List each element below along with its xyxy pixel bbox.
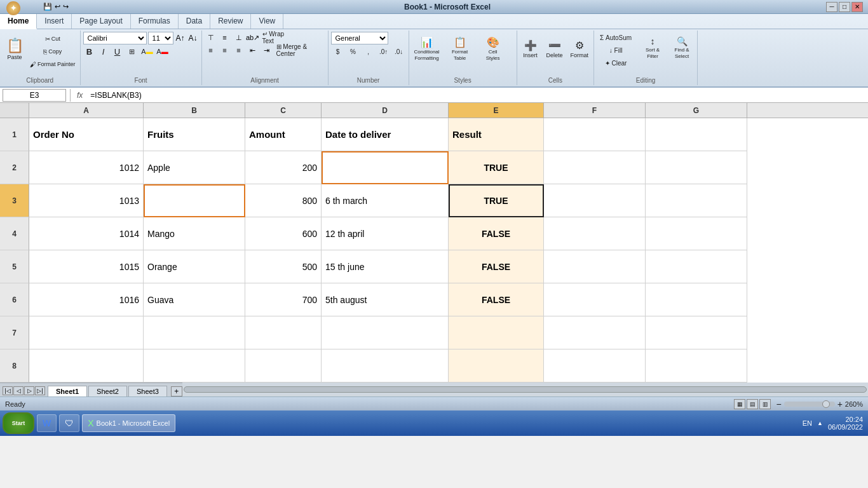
formula-input[interactable] xyxy=(88,89,865,102)
increase-font-btn[interactable]: A↑ xyxy=(175,34,186,43)
cell-e5[interactable]: FALSE xyxy=(449,250,544,283)
delete-btn[interactable]: ➖ Delete xyxy=(544,32,566,67)
cell-d5[interactable]: 15 th june xyxy=(322,250,449,283)
first-sheet-btn[interactable]: |◁ xyxy=(3,386,13,395)
cell-g4[interactable] xyxy=(646,217,747,250)
cell-styles-btn[interactable]: 🎨 CellStyles xyxy=(478,32,508,67)
cell-b8[interactable] xyxy=(144,349,245,383)
col-header-g[interactable]: G xyxy=(646,103,747,118)
maximize-btn[interactable]: □ xyxy=(839,2,850,12)
taskbar-security[interactable]: 🛡 xyxy=(59,414,79,432)
cell-d6[interactable]: 5th august xyxy=(322,283,449,316)
zoom-slider[interactable] xyxy=(784,402,835,407)
redo-btn[interactable]: ↪ xyxy=(63,3,69,11)
insert-btn[interactable]: ➕ Insert xyxy=(520,32,541,67)
text-orient-btn[interactable]: ab↗ xyxy=(247,32,259,43)
wrap-text-btn[interactable]: ↵ Wrap Text xyxy=(261,32,299,43)
col-header-b[interactable]: B xyxy=(144,103,245,118)
border-btn[interactable]: ⊞ xyxy=(125,46,139,57)
cell-f2[interactable] xyxy=(544,151,646,184)
cell-c5[interactable]: 500 xyxy=(245,250,322,283)
cell-e4[interactable]: FALSE xyxy=(449,217,544,250)
align-left-btn[interactable]: ≡ xyxy=(205,44,217,56)
percent-btn[interactable]: % xyxy=(346,46,360,57)
col-header-c[interactable]: C xyxy=(245,103,322,118)
page-break-view-btn[interactable]: ▥ xyxy=(759,399,771,409)
page-layout-view-btn[interactable]: ▤ xyxy=(747,399,758,409)
cell-c3[interactable]: 800 xyxy=(245,184,322,217)
align-right-btn[interactable]: ≡ xyxy=(233,44,245,56)
cell-d1[interactable]: Date to deliver xyxy=(322,118,449,151)
cell-e2[interactable]: TRUE xyxy=(449,151,544,184)
cell-d7[interactable] xyxy=(322,316,449,349)
indent-inc-btn[interactable]: ⇥ xyxy=(261,44,273,56)
cell-c6[interactable]: 700 xyxy=(245,283,322,316)
tab-view[interactable]: View xyxy=(251,14,283,29)
comma-btn[interactable]: , xyxy=(362,46,376,57)
tab-insert[interactable]: Insert xyxy=(37,14,72,29)
cell-b4[interactable]: Mango xyxy=(144,217,245,250)
row-header-5[interactable]: 5 xyxy=(0,250,29,283)
cell-d3[interactable]: 6 th march xyxy=(322,184,449,217)
cell-f6[interactable] xyxy=(544,283,646,316)
next-sheet-btn[interactable]: ▷ xyxy=(24,386,34,395)
cell-g5[interactable] xyxy=(646,250,747,283)
start-button[interactable]: Start xyxy=(3,412,34,434)
align-top-btn[interactable]: ⊤ xyxy=(205,32,217,43)
col-header-e[interactable]: E xyxy=(449,103,544,118)
row-header-1[interactable]: 1 xyxy=(0,118,29,151)
sheet-tab-1[interactable]: Sheet1 xyxy=(48,386,87,396)
cell-g8[interactable] xyxy=(646,349,747,383)
copy-button[interactable]: ⎘Copy xyxy=(28,46,78,57)
cell-b6[interactable]: Guava xyxy=(144,283,245,316)
font-name-select[interactable]: Calibri xyxy=(83,32,147,44)
cell-f5[interactable] xyxy=(544,250,646,283)
italic-btn[interactable]: I xyxy=(97,46,110,57)
format-btn[interactable]: ⚙ Format xyxy=(568,32,592,67)
sheet-tab-2[interactable]: Sheet2 xyxy=(88,386,127,396)
autosum-btn[interactable]: Σ AutoSum xyxy=(597,32,635,43)
row-header-7[interactable]: 7 xyxy=(0,316,29,349)
taskbar-excel[interactable]: X Book1 - Microsoft Excel xyxy=(82,414,175,432)
cell-e6[interactable]: FALSE xyxy=(449,283,544,316)
underline-btn[interactable]: U xyxy=(111,46,124,57)
dec-inc-btn[interactable]: .0↑ xyxy=(377,46,391,57)
col-header-d[interactable]: D xyxy=(322,103,449,118)
cell-c4[interactable]: 600 xyxy=(245,217,322,250)
align-middle-btn[interactable]: ≡ xyxy=(219,32,231,43)
cell-b1[interactable]: Fruits xyxy=(144,118,245,151)
fill-btn[interactable]: ↓ Fill xyxy=(597,44,635,56)
decrease-font-btn[interactable]: A↓ xyxy=(187,34,199,43)
zoom-out-btn[interactable]: − xyxy=(776,399,781,409)
cell-b2[interactable]: Apple xyxy=(144,151,245,184)
row-header-8[interactable]: 8 xyxy=(0,349,29,383)
cell-e8[interactable] xyxy=(449,349,544,383)
cell-b3[interactable] xyxy=(144,184,245,217)
find-select-btn[interactable]: 🔍 Find &Select xyxy=(669,32,695,65)
cell-a8[interactable] xyxy=(29,349,144,383)
cell-b7[interactable] xyxy=(144,316,245,349)
last-sheet-btn[interactable]: ▷| xyxy=(35,386,45,395)
number-format-select[interactable]: General xyxy=(331,32,388,44)
cell-a5[interactable]: 1015 xyxy=(29,250,144,283)
undo-btn[interactable]: ↩ xyxy=(55,3,60,11)
name-box[interactable] xyxy=(3,89,66,102)
normal-view-btn[interactable]: ▦ xyxy=(734,399,745,409)
cell-e3[interactable]: TRUE xyxy=(449,184,544,217)
cell-a6[interactable]: 1016 xyxy=(29,283,144,316)
taskbar-word[interactable]: W xyxy=(37,414,57,432)
tab-page-layout[interactable]: Page Layout xyxy=(72,14,130,29)
cell-d4[interactable]: 12 th april xyxy=(322,217,449,250)
format-painter-button[interactable]: 🖌Format Painter xyxy=(28,58,78,70)
horizontal-scrollbar[interactable] xyxy=(182,383,868,396)
cell-g2[interactable] xyxy=(646,151,747,184)
cell-g1[interactable] xyxy=(646,118,747,151)
row-header-4[interactable]: 4 xyxy=(0,217,29,250)
currency-btn[interactable]: $ xyxy=(331,46,345,57)
zoom-in-btn[interactable]: + xyxy=(837,399,843,409)
minimize-btn[interactable]: ─ xyxy=(826,2,837,12)
cell-d2[interactable] xyxy=(322,151,449,184)
cell-g3[interactable] xyxy=(646,184,747,217)
tab-formulas[interactable]: Formulas xyxy=(131,14,179,29)
bold-btn[interactable]: B xyxy=(83,46,96,57)
